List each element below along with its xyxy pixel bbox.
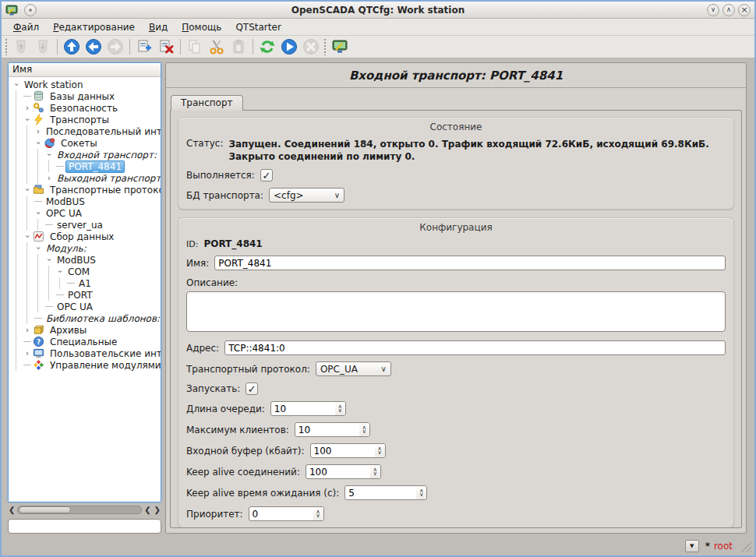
menu-file[interactable]: Файл [6,20,46,34]
keepalive-count-spinbox[interactable]: ∧∨ [306,464,381,479]
expander-icon[interactable]: › [44,172,55,184]
add-item-button[interactable] [133,37,155,57]
tree-item-modbus-daq[interactable]: ›ModBUS [11,254,161,266]
description-textarea[interactable] [186,291,726,332]
expander-icon[interactable]: › [22,347,33,359]
menu-help[interactable]: Помощь [175,20,228,34]
close-button[interactable]: × [738,4,751,16]
tree-item-opcua-daq[interactable]: OPC UA [11,301,161,312]
keepalive-count-input[interactable] [306,465,370,478]
up-button[interactable] [61,37,83,57]
expander-icon[interactable]: › [22,231,34,242]
expander-icon[interactable]: › [22,115,34,125]
expander-icon[interactable]: › [33,243,44,254]
expander-icon[interactable]: › [33,125,44,137]
tree-item-transports[interactable]: ›Транспорты [11,114,161,125]
scroll-right-icon[interactable]: ❯ [154,506,161,514]
tree-item-security[interactable]: ›Безопасность [11,102,161,114]
menu-edit[interactable]: Редактирование [46,20,142,34]
tree-item-workstation[interactable]: ›Work station [11,79,161,90]
tree-item-module-management[interactable]: Управление модулями [11,359,161,371]
tree-item-sockets[interactable]: ›Сокеты [11,137,161,149]
delete-item-button[interactable] [155,37,177,57]
queue-length-spinbox[interactable]: ∧∨ [270,401,346,416]
tree-item-server-ua[interactable]: server_ua [11,219,161,231]
minimize-button[interactable]: ∨ [707,4,719,16]
tree-item-port-4841[interactable]: PORT_4841 [11,160,161,172]
tree-item-template-lib[interactable]: Библиотека шаблонов: [11,312,161,324]
tree-item-daq[interactable]: ›Сбор данных [11,231,161,242]
queue-length-input[interactable] [271,402,335,415]
scroll-left-icon[interactable]: ❮ [143,506,151,514]
tree-item-input-transport[interactable]: ›Входной транспорт: [11,149,161,160]
start-checkbox[interactable]: ✓ [246,382,258,395]
toolbar-handle[interactable] [323,38,327,55]
expander-icon[interactable]: › [44,255,55,266]
tree-item-output-transport[interactable]: ›Выходной транспорт: [11,172,161,184]
toolbar-handle[interactable] [5,38,9,55]
spinner-arrows-icon[interactable]: ∧∨ [335,402,345,415]
tree-header[interactable]: Имя [9,63,161,77]
spinner-arrows-icon[interactable]: ∧∨ [375,444,385,457]
scrollbar-track[interactable] [17,506,142,514]
tree-item-com[interactable]: ›COM [11,266,161,277]
tree-item-a1[interactable]: A1 [11,277,161,289]
address-input[interactable] [224,340,726,355]
tree-item-special[interactable]: ?Специальные [11,336,161,347]
spinner-arrows-icon[interactable]: ∧∨ [416,486,426,499]
tree-search-input[interactable] [8,519,161,534]
paste-button[interactable] [228,37,249,57]
tree-item-opcua-proto[interactable]: ›OPC UA [11,207,161,219]
cut-button[interactable] [206,37,228,57]
expander-icon[interactable]: › [22,102,33,114]
expander-icon[interactable]: › [33,138,44,149]
tree-item-user-interfaces[interactable]: ›Пользовательские интерф [11,347,161,359]
window-menu-button[interactable] [24,4,37,16]
protocol-combobox[interactable]: OPC_UA ∨ [316,361,391,376]
max-clients-input[interactable] [295,423,359,436]
expander-icon[interactable]: › [22,324,33,336]
resize-grip[interactable] [740,541,751,552]
menu-qtstarter[interactable]: QTStarter [228,20,288,34]
spinner-arrows-icon[interactable]: ∧∨ [313,507,323,520]
tree-item-modbus-proto[interactable]: ModBUS [11,196,161,207]
user-drop-button[interactable]: ▼ [685,540,699,552]
start-button[interactable] [278,37,300,57]
load-button[interactable] [10,37,32,57]
scroll-left-icon[interactable]: ❮ [8,506,16,514]
back-button[interactable] [83,37,104,57]
menu-view[interactable]: Вид [142,20,175,34]
expander-icon[interactable]: › [33,208,44,219]
running-checkbox[interactable]: ✓ [260,169,273,182]
tree-item-serial[interactable]: ›Последовательный интерф [11,125,161,137]
transport-db-combobox[interactable]: <cfg> ∨ [269,188,344,203]
tree-item-port[interactable]: PORT [11,289,161,301]
priority-spinbox[interactable]: ∧∨ [249,506,324,521]
maximize-button[interactable]: ∧ [722,4,735,16]
input-buffer-spinbox[interactable]: ∧∨ [310,443,386,458]
keepalive-timeout-input[interactable] [345,486,416,499]
expander-icon[interactable]: › [11,79,23,90]
expander-icon[interactable]: › [44,150,55,160]
spinner-arrows-icon[interactable]: ∧∨ [359,423,369,436]
tab-transport[interactable]: Транспорт [171,95,243,111]
priority-input[interactable] [249,507,313,520]
tree-item-protocols[interactable]: ›Транспортные протоколы [11,184,161,196]
qtstarter-button[interactable] [329,37,351,57]
tree-item-archives[interactable]: ›Архивы [11,324,161,336]
save-button[interactable] [32,37,54,57]
forward-button[interactable] [104,37,126,57]
refresh-button[interactable] [256,37,278,57]
spinner-arrows-icon[interactable]: ∧∨ [370,465,380,478]
keepalive-timeout-spinbox[interactable]: ∧∨ [344,485,427,500]
scrollbar-thumb[interactable] [19,506,70,513]
expander-icon[interactable]: › [55,266,66,277]
expander-icon[interactable]: › [22,185,34,196]
tree-item-module[interactable]: ›Модуль: [11,242,161,254]
copy-button[interactable] [184,37,206,57]
tree-item-databases[interactable]: Базы данных [11,90,161,102]
stop-button[interactable] [300,37,322,57]
name-input[interactable] [214,256,726,270]
max-clients-spinbox[interactable]: ∧∨ [295,422,370,437]
input-buffer-input[interactable] [311,444,375,457]
